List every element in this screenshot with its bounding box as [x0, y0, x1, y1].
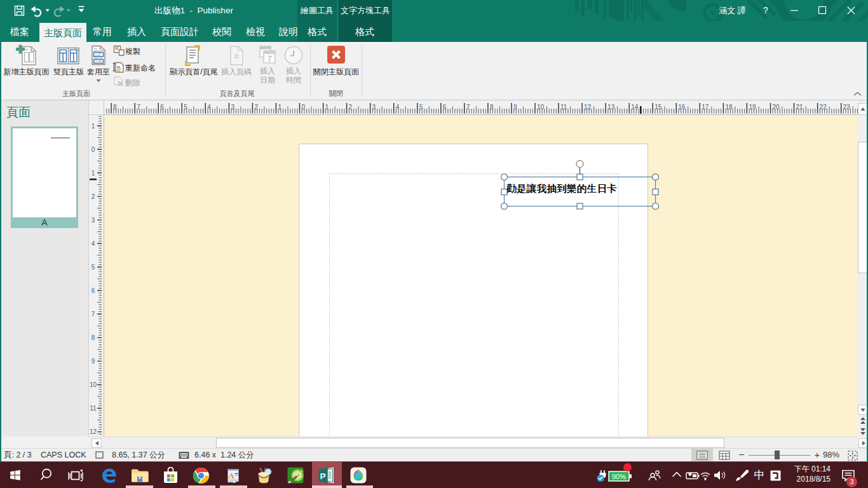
- svg-text:2: 2: [349, 104, 353, 111]
- svg-text:4: 4: [396, 104, 400, 111]
- svg-text:11: 11: [90, 405, 97, 412]
- svg-text:2: 2: [92, 193, 95, 200]
- svg-text:5: 5: [184, 104, 187, 111]
- svg-text:7: 7: [466, 104, 470, 111]
- svg-text:3: 3: [231, 104, 234, 111]
- svg-text:8: 8: [113, 104, 117, 111]
- svg-text:16: 16: [678, 104, 686, 111]
- svg-text:#: #: [234, 51, 239, 61]
- svg-text:7: 7: [137, 104, 140, 111]
- svg-text:13: 13: [607, 104, 615, 111]
- svg-text:4: 4: [207, 104, 211, 111]
- svg-text:9: 9: [513, 104, 517, 111]
- svg-text:5: 5: [419, 104, 423, 111]
- svg-text:P: P: [320, 471, 325, 481]
- svg-text:8: 8: [92, 334, 95, 341]
- svg-text:19: 19: [749, 104, 756, 111]
- svg-text:15: 15: [654, 104, 662, 111]
- svg-text:12: 12: [584, 104, 592, 111]
- svg-text:10: 10: [90, 381, 97, 388]
- svg-text:3: 3: [92, 217, 95, 224]
- svg-text:22: 22: [820, 104, 827, 111]
- svg-text:11: 11: [560, 104, 567, 111]
- svg-text:23: 23: [843, 104, 851, 111]
- svg-text:14: 14: [631, 104, 639, 111]
- svg-text:A: A: [228, 471, 234, 480]
- svg-text:21: 21: [796, 104, 804, 111]
- svg-text:2: 2: [254, 104, 258, 111]
- svg-text:6: 6: [160, 104, 164, 111]
- svg-text:1: 1: [92, 170, 95, 177]
- svg-text:10: 10: [537, 104, 545, 111]
- svg-text:1: 1: [278, 104, 281, 111]
- svg-text:8: 8: [490, 104, 494, 111]
- svg-text:12: 12: [90, 428, 97, 435]
- svg-text:0: 0: [302, 104, 306, 111]
- svg-text:5: 5: [92, 264, 95, 271]
- svg-text:3: 3: [372, 104, 376, 111]
- svg-text:1: 1: [325, 104, 329, 111]
- svg-text:90%: 90%: [612, 473, 626, 480]
- svg-text:1: 1: [92, 123, 95, 130]
- svg-text:4: 4: [92, 240, 95, 247]
- svg-text:0: 0: [92, 146, 95, 153]
- svg-text:6: 6: [92, 287, 95, 294]
- svg-text:7: 7: [267, 54, 271, 64]
- svg-text:6: 6: [443, 104, 447, 111]
- svg-text:9: 9: [92, 358, 95, 365]
- svg-text:18: 18: [725, 104, 733, 111]
- svg-text:20: 20: [773, 104, 780, 111]
- svg-text:7: 7: [92, 311, 95, 318]
- svg-text:17: 17: [702, 104, 709, 111]
